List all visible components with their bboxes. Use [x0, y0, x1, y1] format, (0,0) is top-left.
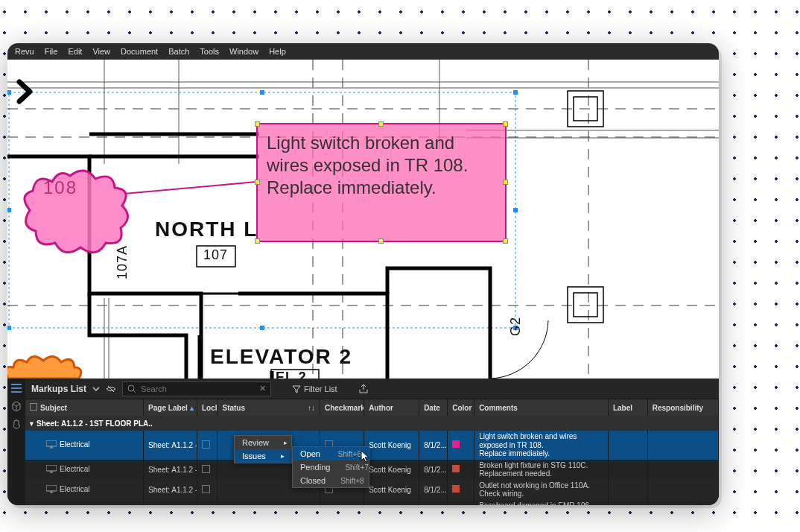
- svg-line-41: [133, 390, 136, 393]
- menubar: Revu File Edit View Document Batch Tools…: [7, 43, 719, 60]
- menu-batch[interactable]: Batch: [168, 47, 189, 56]
- room-label-107: 107: [203, 247, 228, 263]
- menu-file[interactable]: File: [45, 47, 58, 56]
- grid-g2-label: G2: [508, 317, 524, 336]
- menu-item-review[interactable]: Review▸: [235, 436, 291, 449]
- table-row[interactable]: ElectricalSheet: A1.1.2 - ...Scott Koeni…: [25, 460, 719, 480]
- expand-panel-button[interactable]: [13, 79, 39, 104]
- menu-window[interactable]: Window: [229, 47, 258, 56]
- elevator-label: ELEVATOR 2: [210, 345, 352, 369]
- col-lock[interactable]: Lock: [197, 399, 217, 416]
- north-label: NORTH L: [155, 218, 258, 241]
- filter-label: Filter List: [304, 384, 337, 393]
- clear-search-icon[interactable]: ✕: [259, 384, 266, 393]
- list-icon[interactable]: [11, 383, 22, 393]
- svg-rect-6: [260, 326, 264, 330]
- svg-rect-37: [11, 384, 22, 385]
- svg-rect-38: [11, 387, 22, 389]
- panel-toolbar: Markups List ✕ Filter List: [25, 379, 719, 399]
- hide-markups-icon[interactable]: [106, 384, 116, 394]
- svg-rect-3: [7, 326, 11, 330]
- col-checkmark[interactable]: Checkmark: [320, 399, 364, 416]
- svg-rect-48: [46, 485, 57, 491]
- markups-panel: Markups List ✕ Filter List: [7, 379, 719, 505]
- svg-rect-8: [513, 208, 518, 212]
- filter-icon: [292, 384, 301, 393]
- col-comments[interactable]: Comments: [474, 399, 609, 416]
- col-subject[interactable]: Subject: [25, 399, 144, 416]
- col-color[interactable]: Color: [448, 399, 474, 416]
- search-icon: [127, 384, 136, 393]
- col-label[interactable]: Label: [608, 399, 647, 416]
- svg-rect-5: [260, 90, 264, 95]
- menu-item-closed[interactable]: ClosedShift+8: [293, 474, 369, 487]
- menu-revu[interactable]: Revu: [15, 47, 34, 56]
- markups-table: Subject Page Label ▴ Lock Status↑↓ Check…: [25, 399, 719, 505]
- room-label-107a: 107A: [115, 245, 130, 279]
- menu-edit[interactable]: Edit: [68, 47, 82, 56]
- search-box[interactable]: ✕: [122, 381, 271, 396]
- chevron-down-icon[interactable]: [92, 385, 100, 393]
- col-responsibility[interactable]: Responsibility: [647, 399, 718, 416]
- menu-item-issues[interactable]: Issues▸: [235, 449, 291, 463]
- drawing-canvas[interactable]: 108 NORTH L 107 107A ELEVATOR 2 EL 2 G2 …: [7, 60, 719, 379]
- svg-point-40: [128, 385, 134, 391]
- panel-left-rail: [7, 379, 25, 505]
- menu-item-pending[interactable]: PendingShift+7: [293, 460, 369, 474]
- col-status[interactable]: Status↑↓: [218, 399, 320, 416]
- menu-help[interactable]: Help: [269, 47, 286, 56]
- svg-rect-7: [7, 208, 11, 212]
- svg-rect-1: [7, 90, 11, 95]
- svg-rect-39: [11, 391, 22, 393]
- status-context-menu[interactable]: Review▸ Issues▸: [234, 435, 292, 463]
- col-author[interactable]: Author: [364, 399, 419, 416]
- search-input[interactable]: [141, 384, 255, 393]
- menu-view[interactable]: View: [92, 47, 110, 56]
- cursor-icon: [361, 450, 371, 463]
- table-row[interactable]: ElectricalSheet: A1.1.2 - ...Scott Koeni…: [25, 431, 719, 460]
- svg-rect-42: [46, 440, 57, 446]
- hand-icon[interactable]: [11, 419, 22, 429]
- menu-document[interactable]: Document: [121, 47, 158, 56]
- table-row[interactable]: CarpentrySheet: A1.1.2 - ...Scott Koenig…: [25, 500, 719, 506]
- svg-rect-45: [46, 465, 57, 471]
- filter-button[interactable]: Filter List: [292, 384, 337, 393]
- svg-rect-2: [513, 90, 518, 95]
- svg-rect-33: [574, 293, 597, 317]
- menu-item-open[interactable]: OpenShift+6: [293, 447, 369, 460]
- issues-submenu[interactable]: OpenShift+6 PendingShift+7 ClosedShift+8: [292, 446, 369, 488]
- svg-rect-32: [568, 287, 603, 323]
- export-icon[interactable]: [358, 384, 369, 394]
- callout-textbox[interactable]: Light switch broken and wires exposed in…: [256, 123, 507, 242]
- col-page[interactable]: Page Label ▴: [144, 399, 197, 416]
- svg-rect-51: [46, 505, 57, 506]
- table-header-row: Subject Page Label ▴ Lock Status↑↓ Check…: [25, 399, 719, 416]
- room-label-108: 108: [43, 177, 77, 198]
- box-icon[interactable]: [11, 401, 22, 411]
- callout-text: Light switch broken and wires exposed in…: [267, 133, 468, 197]
- panel-title: Markups List: [31, 384, 86, 394]
- col-date[interactable]: Date: [419, 399, 448, 416]
- svg-line-36: [124, 182, 256, 194]
- table-section-row[interactable]: ▸Sheet: A1.1.2 - 1ST FLOOR PLA..: [25, 416, 719, 431]
- menu-tools[interactable]: Tools: [200, 47, 219, 56]
- table-row[interactable]: ElectricalSheet: A1.1.2 - ...Scott Koeni…: [25, 480, 719, 500]
- elevator-short-label: EL 2: [276, 370, 307, 379]
- app-window: Revu File Edit View Document Batch Tools…: [7, 43, 719, 505]
